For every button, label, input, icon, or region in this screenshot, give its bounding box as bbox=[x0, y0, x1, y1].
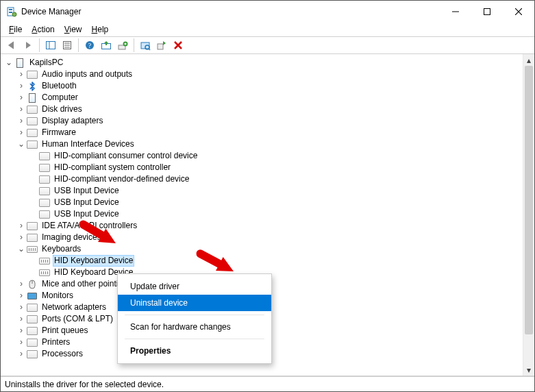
scroll-track[interactable] bbox=[523, 66, 534, 364]
svg-line-21 bbox=[149, 49, 150, 50]
tree-device[interactable]: HID-compliant system controller bbox=[28, 162, 523, 173]
status-bar: Uninstalls the driver for the selected d… bbox=[1, 376, 534, 391]
tree-category[interactable]: ⌄Keyboards bbox=[16, 243, 523, 255]
scroll-up-button[interactable]: ▴ bbox=[523, 54, 534, 66]
computer-icon bbox=[14, 58, 25, 69]
expander-icon[interactable]: › bbox=[16, 348, 27, 360]
toolbar-separator bbox=[39, 38, 40, 52]
tree-device-label: HID-compliant vendor-defined device bbox=[53, 173, 190, 185]
expander-icon[interactable]: › bbox=[16, 220, 27, 232]
remove-device-button[interactable] bbox=[170, 38, 186, 53]
close-button[interactable] bbox=[503, 1, 534, 23]
menu-help[interactable]: Help bbox=[88, 24, 113, 35]
expander-icon[interactable]: › bbox=[16, 302, 27, 313]
bt-icon bbox=[27, 81, 38, 92]
expander-icon[interactable]: › bbox=[16, 336, 27, 348]
vertical-scrollbar[interactable]: ▴ ▾ bbox=[523, 54, 534, 376]
hid-icon bbox=[39, 174, 50, 185]
expander-icon[interactable]: › bbox=[16, 325, 27, 336]
svg-rect-8 bbox=[47, 42, 55, 49]
tree-category[interactable]: ›Imaging devices bbox=[16, 232, 523, 243]
context-menu-item[interactable]: Uninstall device bbox=[118, 295, 271, 311]
forward-button[interactable] bbox=[20, 38, 36, 53]
tree-category[interactable]: ›Firmware bbox=[16, 127, 523, 138]
expander-icon[interactable]: › bbox=[16, 80, 27, 92]
hid-icon bbox=[39, 162, 50, 173]
expander-icon[interactable]: › bbox=[16, 290, 27, 302]
context-menu-item[interactable]: Scan for hardware changes bbox=[118, 319, 271, 335]
minimize-button[interactable] bbox=[440, 1, 471, 23]
hid-icon bbox=[27, 139, 38, 150]
tree-category[interactable]: ›IDE ATA/ATAPI controllers bbox=[16, 220, 523, 232]
update-driver-button[interactable] bbox=[98, 38, 114, 53]
tree-device[interactable]: USB Input Device bbox=[28, 185, 523, 197]
expander-icon[interactable]: ⌄ bbox=[16, 138, 27, 150]
expander-icon[interactable]: › bbox=[16, 69, 27, 80]
monitor-icon bbox=[27, 291, 38, 302]
chip-icon bbox=[27, 127, 38, 138]
scan-hardware-button[interactable] bbox=[137, 38, 153, 53]
expander-icon[interactable]: › bbox=[16, 313, 27, 325]
tree-device[interactable]: HID Keyboard Device bbox=[28, 267, 523, 278]
tree-category-label: Firmware bbox=[40, 127, 77, 138]
tree-category[interactable]: ›Audio inputs and outputs bbox=[16, 69, 523, 80]
tree-device[interactable]: USB Input Device bbox=[28, 208, 523, 220]
properties-button[interactable] bbox=[59, 38, 75, 53]
menu-file[interactable]: File bbox=[5, 24, 26, 35]
tree-category[interactable]: ›Computer bbox=[16, 92, 523, 103]
context-menu-item[interactable]: Properties bbox=[118, 343, 271, 359]
tree-device[interactable]: HID-compliant consumer control device bbox=[28, 150, 523, 162]
display-icon bbox=[27, 116, 38, 127]
expander-icon[interactable]: ⌄ bbox=[3, 57, 14, 69]
show-hide-console-tree-button[interactable] bbox=[42, 38, 59, 53]
scroll-down-button[interactable]: ▾ bbox=[523, 364, 534, 376]
svg-text:?: ? bbox=[88, 42, 92, 49]
ports-icon bbox=[27, 314, 38, 325]
tree-category[interactable]: ⌄Human Interface Devices bbox=[16, 138, 523, 150]
tree-category[interactable]: ›Disk drives bbox=[16, 103, 523, 115]
menu-action[interactable]: Action bbox=[27, 24, 58, 35]
disk-icon bbox=[27, 104, 38, 115]
svg-rect-1 bbox=[9, 9, 12, 10]
maximize-button[interactable] bbox=[471, 1, 503, 23]
expander-icon[interactable]: › bbox=[16, 278, 27, 290]
audio-icon bbox=[27, 69, 38, 80]
tree-category-label: IDE ATA/ATAPI controllers bbox=[40, 220, 138, 232]
help-button[interactable]: ? bbox=[82, 38, 98, 53]
tree-device-label: HID-compliant system controller bbox=[53, 162, 172, 173]
expander-icon[interactable]: › bbox=[16, 232, 27, 243]
context-menu: Update driverUninstall deviceScan for ha… bbox=[117, 273, 272, 364]
expander-icon[interactable]: › bbox=[16, 92, 27, 103]
menu-view[interactable]: View bbox=[60, 24, 86, 35]
expander-icon[interactable]: › bbox=[16, 127, 27, 138]
pc-icon bbox=[27, 93, 38, 103]
expander-icon[interactable]: › bbox=[16, 103, 27, 115]
print-icon bbox=[27, 326, 38, 336]
window-title: Device Manager bbox=[21, 7, 440, 16]
cpu-icon bbox=[27, 349, 38, 360]
tree-device[interactable]: HID-compliant vendor-defined device bbox=[28, 173, 523, 185]
context-menu-separator bbox=[125, 315, 264, 315]
net-icon bbox=[27, 302, 38, 313]
scroll-thumb[interactable] bbox=[525, 66, 533, 334]
tree-category[interactable]: ›Bluetooth bbox=[16, 80, 523, 92]
back-button[interactable] bbox=[3, 38, 20, 53]
context-menu-item[interactable]: Update driver bbox=[118, 278, 271, 295]
uninstall-device-button[interactable] bbox=[114, 38, 131, 53]
tree-root[interactable]: ⌄KapilsPC bbox=[3, 57, 523, 69]
title-bar: Device Manager bbox=[1, 1, 534, 23]
tree-category[interactable]: ›Display adapters bbox=[16, 115, 523, 127]
status-text: Uninstalls the driver for the selected d… bbox=[5, 380, 164, 389]
tree-category-label: Human Interface Devices bbox=[40, 138, 136, 150]
disable-device-button[interactable] bbox=[153, 38, 170, 53]
expander-icon[interactable]: ⌄ bbox=[16, 243, 27, 255]
tree-device-label: USB Input Device bbox=[53, 185, 121, 197]
tree-device[interactable]: USB Input Device bbox=[28, 197, 523, 208]
tree-category-label: Print queues bbox=[40, 325, 89, 336]
tree-category-label: Processors bbox=[40, 348, 84, 360]
expander-icon[interactable]: › bbox=[16, 115, 27, 127]
toolbar-separator bbox=[134, 38, 134, 52]
tree-category-label: Disk drives bbox=[40, 103, 84, 115]
tree-device-label: USB Input Device bbox=[53, 197, 121, 208]
tree-device[interactable]: HID Keyboard Device bbox=[28, 255, 523, 267]
